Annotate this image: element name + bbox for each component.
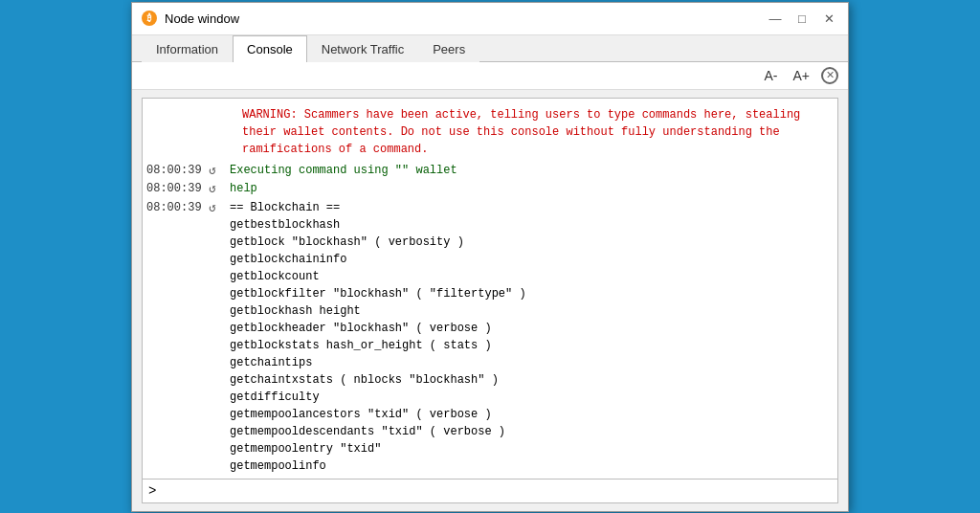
timestamp-2: 08:00:39 xyxy=(146,180,209,197)
timestamp-3: 08:00:39 xyxy=(146,199,209,216)
minimize-button[interactable]: — xyxy=(766,9,785,28)
close-console-button[interactable]: ✕ xyxy=(821,67,838,84)
window-controls: — □ ✕ xyxy=(766,9,838,28)
font-toolbar: A- A+ ✕ xyxy=(132,62,848,90)
console-content: WARNING: Scammers have been active, tell… xyxy=(142,98,838,503)
command-input[interactable] xyxy=(160,484,832,498)
tab-network-traffic[interactable]: Network Traffic xyxy=(307,35,418,62)
app-icon xyxy=(142,11,157,26)
command-line: > xyxy=(143,479,837,502)
log-text-3: == Blockchain == getbestblockhash getblo… xyxy=(230,199,834,475)
timestamp-1: 08:00:39 xyxy=(146,162,209,179)
prompt-symbol: > xyxy=(148,483,156,499)
close-button[interactable]: ✕ xyxy=(819,9,838,28)
refresh-icon-1: ↺ xyxy=(209,162,230,181)
log-text-1: Executing command using "" wallet xyxy=(230,162,834,179)
tab-console[interactable]: Console xyxy=(233,35,307,62)
tab-information[interactable]: Information xyxy=(142,35,233,62)
log-line-3: 08:00:39 ↺ == Blockchain == getbestblock… xyxy=(146,199,834,475)
window-title: Node window xyxy=(165,11,766,26)
title-bar: Node window — □ ✕ xyxy=(132,3,848,35)
log-line-1: 08:00:39 ↺ Executing command using "" wa… xyxy=(146,162,834,181)
refresh-icon-2: ↺ xyxy=(209,180,230,199)
warning-message: WARNING: Scammers have been active, tell… xyxy=(146,102,834,162)
decrease-font-button[interactable]: A- xyxy=(760,66,781,85)
log-line-2: 08:00:39 ↺ help xyxy=(146,180,834,199)
tab-peers[interactable]: Peers xyxy=(418,35,479,62)
log-text-2: help xyxy=(230,180,834,197)
console-output: WARNING: Scammers have been active, tell… xyxy=(143,99,837,479)
maximize-button[interactable]: □ xyxy=(792,9,812,28)
tab-bar: Information Console Network Traffic Peer… xyxy=(132,35,848,62)
node-window: Node window — □ ✕ Information Console Ne… xyxy=(131,2,849,512)
refresh-icon-3: ↺ xyxy=(209,199,230,218)
increase-font-button[interactable]: A+ xyxy=(789,66,813,85)
